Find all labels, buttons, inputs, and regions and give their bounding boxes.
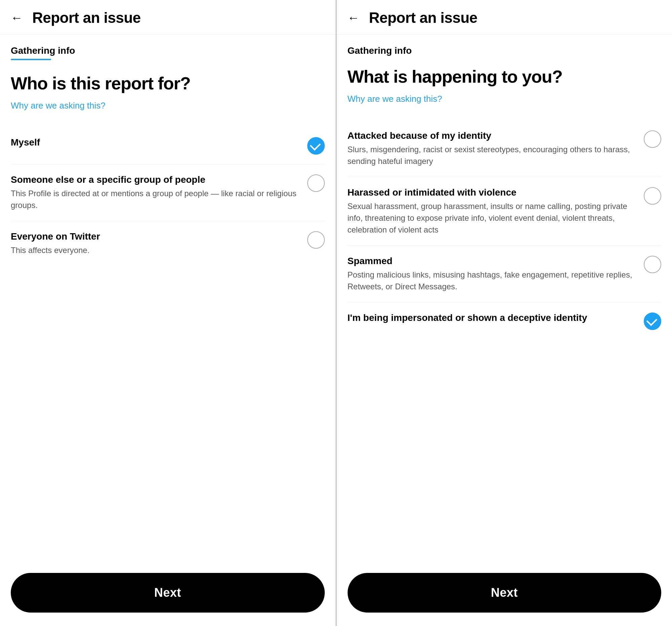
left-question-title: Who is this report for? [11, 74, 325, 94]
left-screen: ← Report an issue Gathering info Who is … [0, 0, 337, 626]
left-gathering-info-label: Gathering info [11, 45, 325, 56]
right-radio-harassed-violence[interactable] [644, 187, 661, 205]
left-why-asking-link[interactable]: Why are we asking this? [11, 100, 325, 111]
right-next-button[interactable]: Next [347, 573, 662, 612]
left-option-myself-label: Myself [11, 136, 299, 149]
left-option-everyone-description: This affects everyone. [11, 245, 299, 256]
right-question-title: What is happening to you? [347, 67, 662, 87]
right-header-title: Report an issue [369, 9, 478, 26]
right-radio-spammed[interactable] [644, 256, 661, 273]
right-option-attacked-identity[interactable]: Attacked because of my identity Slurs, m… [347, 120, 662, 177]
right-why-asking-link[interactable]: Why are we asking this? [347, 94, 662, 104]
left-option-myself[interactable]: Myself [11, 127, 325, 164]
left-radio-someone-else[interactable] [307, 174, 325, 192]
right-option-spammed[interactable]: Spammed Posting malicious links, misusin… [347, 246, 662, 302]
left-radio-myself[interactable] [307, 137, 325, 155]
right-screen: ← Report an issue Gathering info What is… [337, 0, 672, 626]
right-option-spammed-text: Spammed Posting malicious links, misusin… [347, 255, 644, 293]
left-option-everyone-text: Everyone on Twitter This affects everyon… [11, 230, 307, 256]
right-content: Gathering info What is happening to you?… [337, 34, 672, 626]
right-next-button-container: Next [347, 573, 662, 612]
right-back-button[interactable]: ← [347, 12, 360, 24]
right-radio-attacked-identity[interactable] [644, 130, 661, 148]
right-option-harassed-violence-text: Harassed or intimidated with violence Se… [347, 186, 644, 236]
left-option-everyone-label: Everyone on Twitter [11, 230, 299, 243]
left-gathering-info-underline [11, 59, 51, 60]
right-radio-impersonated[interactable] [644, 312, 661, 330]
right-header: ← Report an issue [337, 0, 672, 34]
right-option-harassed-violence-description: Sexual harassment, group harassment, ins… [347, 201, 636, 235]
left-option-someone-else-text: Someone else or a specific group of peop… [11, 174, 307, 211]
left-option-everyone[interactable]: Everyone on Twitter This affects everyon… [11, 221, 325, 266]
right-option-impersonated-text: I'm being impersonated or shown a decept… [347, 312, 644, 326]
right-option-attacked-identity-description: Slurs, misgendering, racist or sexist st… [347, 144, 636, 167]
right-option-impersonated[interactable]: I'm being impersonated or shown a decept… [347, 302, 662, 340]
left-back-button[interactable]: ← [11, 12, 23, 24]
right-gathering-info-label: Gathering info [347, 45, 662, 56]
right-option-spammed-label: Spammed [347, 255, 636, 267]
right-option-harassed-violence-label: Harassed or intimidated with violence [347, 186, 636, 199]
right-option-harassed-violence[interactable]: Harassed or intimidated with violence Se… [347, 177, 662, 246]
left-next-button-container: Next [11, 573, 325, 612]
right-option-impersonated-label: I'm being impersonated or shown a decept… [347, 312, 636, 324]
left-option-someone-else[interactable]: Someone else or a specific group of peop… [11, 164, 325, 221]
left-radio-everyone[interactable] [307, 231, 325, 249]
right-option-attacked-identity-text: Attacked because of my identity Slurs, m… [347, 130, 644, 167]
left-option-someone-else-description: This Profile is directed at or mentions … [11, 188, 299, 211]
left-option-someone-else-label: Someone else or a specific group of peop… [11, 174, 299, 186]
left-content: Gathering info Who is this report for? W… [0, 34, 336, 626]
right-option-spammed-description: Posting malicious links, misusing hashta… [347, 269, 636, 293]
right-option-attacked-identity-label: Attacked because of my identity [347, 130, 636, 142]
left-header-title: Report an issue [32, 9, 141, 26]
left-header: ← Report an issue [0, 0, 336, 34]
left-next-button[interactable]: Next [11, 573, 325, 612]
left-option-myself-text: Myself [11, 136, 307, 151]
